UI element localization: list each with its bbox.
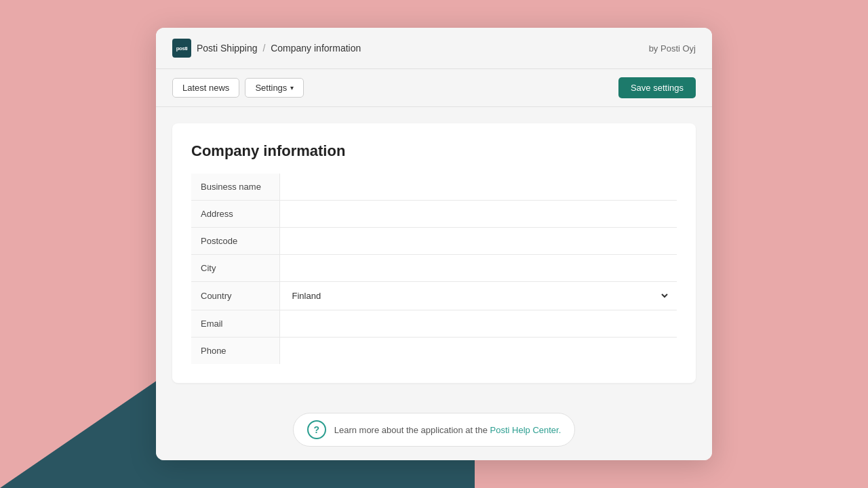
table-row: Address — [191, 201, 677, 228]
modal-footer: ? Learn more about the application at th… — [156, 399, 712, 460]
table-row: CountryFinlandSwedenNorwayDenmarkGermany… — [191, 282, 677, 310]
chevron-down-icon: ▾ — [290, 84, 294, 92]
field-label-country: Country — [191, 282, 279, 310]
form-title: Company information — [191, 142, 677, 160]
field-label-email: Email — [191, 310, 279, 338]
country-select[interactable]: FinlandSwedenNorwayDenmarkGermanyUnited … — [287, 286, 671, 306]
field-label-phone: Phone — [191, 338, 279, 365]
field-label-business-name: Business name — [191, 174, 279, 201]
modal-header: posti Posti Shipping / Company informati… — [156, 28, 712, 69]
header-by-label: by Posti Oyj — [649, 43, 696, 54]
field-label-postcode: Postcode — [191, 228, 279, 255]
save-settings-button[interactable]: Save settings — [618, 77, 696, 98]
footer-info-text: Learn more about the application at the — [334, 425, 488, 435]
table-row: City — [191, 255, 677, 282]
breadcrumb-part1: Posti Shipping — [197, 43, 258, 54]
phone-input[interactable] — [287, 342, 671, 360]
settings-button[interactable]: Settings ▾ — [245, 78, 304, 98]
field-label-city: City — [191, 255, 279, 282]
posti-logo: posti — [172, 39, 191, 58]
table-row: Postcode — [191, 228, 677, 255]
business-name-input[interactable] — [287, 178, 671, 196]
posti-help-center-link[interactable]: Posti Help Center. — [490, 425, 561, 435]
main-modal: posti Posti Shipping / Company informati… — [156, 28, 712, 460]
breadcrumb-separator: / — [262, 43, 265, 54]
table-row: Phone — [191, 338, 677, 365]
city-input[interactable] — [287, 259, 671, 277]
header-left: posti Posti Shipping / Company informati… — [172, 39, 361, 58]
field-label-address: Address — [191, 201, 279, 228]
breadcrumb: Posti Shipping / Company information — [197, 43, 361, 54]
breadcrumb-part2: Company information — [271, 43, 361, 54]
table-row: Email — [191, 310, 677, 338]
email-input[interactable] — [287, 314, 671, 333]
table-row: Business name — [191, 174, 677, 201]
latest-news-button[interactable]: Latest news — [172, 78, 239, 98]
footer-info: ? Learn more about the application at th… — [293, 413, 576, 447]
postcode-input[interactable] — [287, 232, 671, 250]
modal-toolbar: Latest news Settings ▾ Save settings — [156, 69, 712, 107]
modal-body: Company information Business nameAddress… — [156, 107, 712, 399]
form-card: Company information Business nameAddress… — [172, 123, 696, 383]
settings-label: Settings — [255, 83, 287, 93]
company-info-form: Business nameAddressPostcodeCityCountryF… — [191, 174, 677, 364]
footer-text: Learn more about the application at the … — [334, 425, 561, 435]
toolbar-left: Latest news Settings ▾ — [172, 78, 304, 98]
help-icon: ? — [307, 420, 326, 439]
address-input[interactable] — [287, 205, 671, 223]
